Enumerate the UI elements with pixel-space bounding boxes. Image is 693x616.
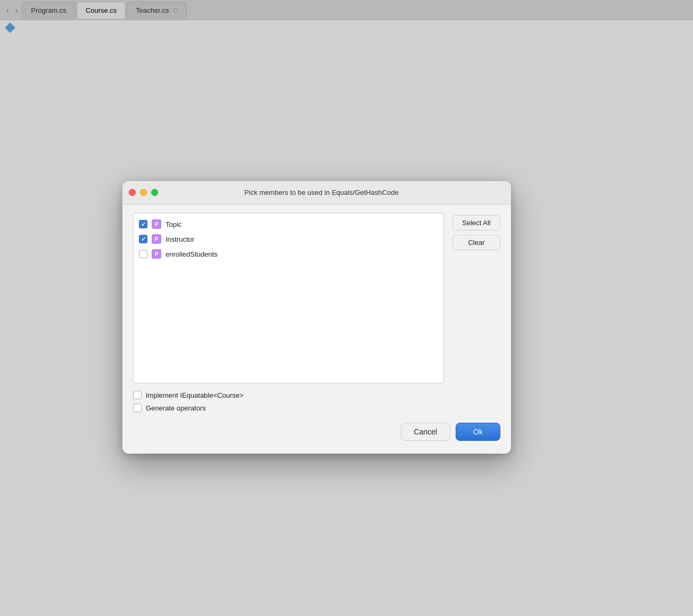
prop-badge-instructor: P: [152, 234, 161, 244]
modal-dialog: Pick members to be used in Equals/GetHas…: [122, 181, 511, 454]
member-label-instructor: Instructor: [166, 235, 194, 243]
checkbox-operators[interactable]: [133, 404, 142, 412]
member-item-enrolled[interactable]: P enrolledStudents: [134, 247, 443, 261]
prop-badge-enrolled: P: [152, 249, 161, 259]
select-all-button[interactable]: Select All: [452, 215, 500, 231]
member-label-enrolled: enrolledStudents: [166, 250, 218, 258]
modal-body: P Topic P Instructor P enrolledStudents …: [122, 204, 511, 454]
modal-titlebar: Pick members to be used in Equals/GetHas…: [122, 181, 511, 204]
prop-badge-topic: P: [152, 219, 161, 229]
check-operators[interactable]: Generate operators: [133, 404, 500, 412]
clear-button[interactable]: Clear: [452, 235, 500, 250]
members-list: P Topic P Instructor P enrolledStudents: [133, 213, 444, 383]
checkbox-enrolled[interactable]: [139, 250, 147, 258]
member-item-topic[interactable]: P Topic: [134, 217, 443, 232]
close-button[interactable]: [129, 189, 136, 196]
modal-title: Pick members to be used in Equals/GetHas…: [138, 188, 505, 196]
side-buttons: Select All Clear: [452, 213, 500, 383]
cancel-button[interactable]: Cancel: [401, 423, 451, 441]
bottom-checkboxes: Implement IEquatable<Course> Generate op…: [133, 391, 500, 412]
checkbox-iequatable[interactable]: [133, 391, 142, 399]
member-label-topic: Topic: [166, 220, 182, 228]
member-item-instructor[interactable]: P Instructor: [134, 232, 443, 247]
modal-content-row: P Topic P Instructor P enrolledStudents …: [133, 213, 500, 383]
checkbox-instructor[interactable]: [139, 235, 147, 243]
ok-button[interactable]: Ok: [456, 423, 500, 441]
check-iequatable[interactable]: Implement IEquatable<Course>: [133, 391, 500, 399]
checkbox-topic[interactable]: [139, 220, 147, 228]
modal-footer: Cancel Ok: [133, 423, 500, 443]
